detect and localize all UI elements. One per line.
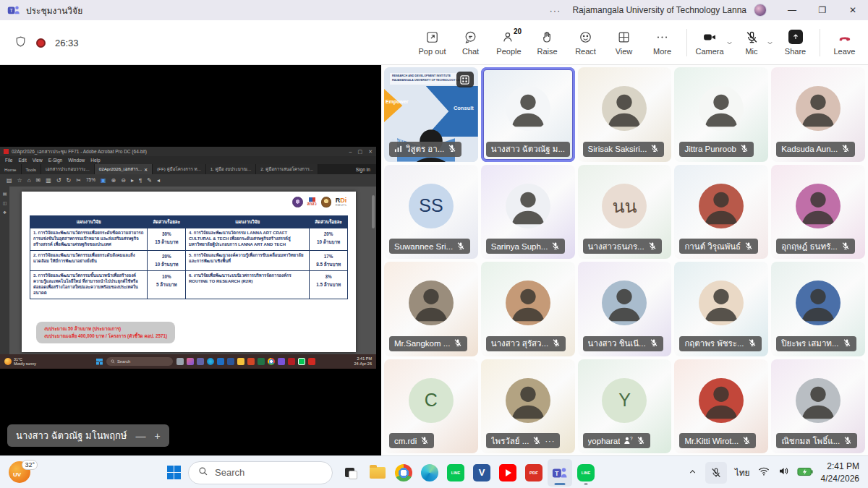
shared-app-outlook-icon[interactable]	[217, 358, 224, 365]
acrobat-tool-icon[interactable]: ✂	[76, 178, 81, 184]
participant-tile[interactable]: Mr.Kitti Wirot...	[674, 359, 768, 454]
titlebar-more-button[interactable]: ···	[549, 5, 561, 16]
acrobat-zoom-level[interactable]: 75%	[86, 178, 95, 183]
leave-button[interactable]: Leave	[825, 22, 864, 63]
battery-charging-icon[interactable]	[797, 466, 813, 479]
shared-app-folder-icon[interactable]	[237, 358, 244, 365]
taskbar-app-line[interactable]: LINE	[443, 459, 468, 487]
acrobat-minimize-icon[interactable]: –	[349, 149, 352, 154]
shared-clock[interactable]: 2:41 PM24-Apr-26	[354, 356, 372, 366]
acrobat-tab[interactable]: (FF) คู่มือโครงการ ท...	[153, 164, 206, 174]
acrobat-tab[interactable]: 2. คู่มือการเสนอโครงการ...	[256, 164, 318, 174]
chat-button[interactable]: Chat	[451, 22, 490, 63]
shared-app-acrobat-icon[interactable]	[308, 358, 315, 365]
people-button[interactable]: 20 People	[490, 22, 528, 63]
minimize-button[interactable]: —	[777, 0, 807, 20]
taskbar-app-visio[interactable]: V	[469, 459, 494, 487]
shared-app-excel-icon[interactable]	[258, 358, 265, 365]
acrobat-panel-icon[interactable]: ▤	[3, 191, 7, 196]
participant-tile[interactable]: Mr.Sangkom ...	[384, 262, 478, 356]
acrobat-tab[interactable]: Home	[0, 164, 22, 174]
language-indicator[interactable]: ไทย	[735, 466, 750, 479]
shared-app-reader-icon[interactable]	[288, 358, 295, 365]
taskbar-app-pdf-tool[interactable]: PDF	[522, 459, 546, 487]
mic-button[interactable]: Mic	[736, 22, 767, 63]
taskbar-search[interactable]: Search	[188, 461, 333, 484]
participant-tile[interactable]: Kadsuda Aun...	[771, 67, 865, 162]
view-button[interactable]: View	[605, 22, 643, 63]
acrobat-tool-icon[interactable]: ✉	[36, 178, 41, 184]
taskbar-app-file-explorer[interactable]	[365, 459, 390, 487]
taskbar-app-line-2[interactable]: LINE	[574, 459, 598, 487]
share-button[interactable]: Share	[776, 22, 814, 63]
acrobat-tool-icon[interactable]: ▤	[7, 178, 12, 184]
participant-tile[interactable]: Jittra Punroob	[674, 67, 768, 162]
shared-weather-widget[interactable]: 31°CMostly sunny	[4, 357, 36, 366]
acrobat-tab[interactable]: Tools	[22, 164, 41, 174]
acrobat-tool-icon[interactable]: ⌂	[27, 178, 31, 184]
raise-hand-button[interactable]: Raise	[528, 22, 566, 63]
acrobat-tab[interactable]: 1. คู่มือ งบประมาณ...	[206, 164, 257, 174]
restore-button[interactable]: ❐	[807, 0, 838, 20]
acrobat-tool-icon[interactable]: ⊖	[121, 178, 126, 184]
zoom-out-button[interactable]: —	[135, 431, 145, 441]
acrobat-tab[interactable]: เอกสารประกอบวาระ...	[41, 164, 95, 174]
participant-tile[interactable]: กฤตาพร พัชระ...	[674, 262, 768, 356]
taskbar-app-edge[interactable]	[417, 459, 442, 487]
tray-chevron-up-icon[interactable]	[688, 466, 697, 479]
shared-app-task-view-icon[interactable]	[176, 358, 184, 365]
camera-button[interactable]: Camera	[692, 22, 727, 63]
start-button[interactable]	[166, 465, 182, 480]
system-clock[interactable]: 2:41 PM 4/24/2026	[821, 461, 859, 484]
participant-tile[interactable]: กานต์ วิรุณพันธ์	[674, 165, 768, 260]
acrobat-menu-file[interactable]: File	[5, 158, 12, 163]
acrobat-close-icon[interactable]: ✕	[368, 149, 373, 155]
participant-tile[interactable]: นางสาว ชินเนี...	[578, 262, 672, 356]
acrobat-tool-icon[interactable]: ✎	[147, 178, 152, 184]
close-button[interactable]: ✕	[838, 0, 868, 20]
shared-app-chrome-icon[interactable]	[268, 358, 275, 365]
tray-mic-muted-icon[interactable]	[705, 462, 727, 484]
acrobat-panel-icon[interactable]: ❖	[3, 210, 7, 215]
acrobat-signin-button[interactable]: Sign In	[350, 164, 376, 174]
participant-tile[interactable]: SSSuwannee Sri...	[384, 165, 478, 260]
acrobat-tool-icon[interactable]: ▸	[131, 178, 134, 184]
participant-tile[interactable]: Sarinya Suph...	[481, 165, 575, 260]
acrobat-menu-window[interactable]: Window	[68, 158, 85, 163]
mic-chevron-button[interactable]	[765, 22, 775, 63]
acrobat-scrollbar[interactable]	[372, 195, 375, 228]
shared-app-word-icon[interactable]	[227, 358, 234, 365]
acrobat-menu-e-sign[interactable]: E-Sign	[48, 158, 63, 163]
acrobat-tool-icon[interactable]: ▣	[101, 178, 106, 184]
acrobat-tool-icon[interactable]: ↺	[56, 178, 61, 184]
participant-tile[interactable]: RESEARCH AND DEVELOPMENT INSTITUTERAJAMA…	[384, 67, 478, 162]
acrobat-tool-icon[interactable]: ¶	[139, 178, 142, 184]
popout-button[interactable]: Pop out	[413, 22, 451, 63]
acrobat-menu-help[interactable]: Help	[90, 158, 100, 163]
camera-chevron-button[interactable]	[724, 22, 734, 63]
participant-tile[interactable]: ปิยะพร เสมาท...	[771, 262, 865, 356]
shared-app-teams-icon[interactable]	[197, 358, 204, 365]
account-org-name[interactable]: Rajamangala University of Technology Lan…	[572, 5, 746, 15]
shared-app-line-icon[interactable]	[298, 358, 305, 365]
acrobat-restore-icon[interactable]: ▢	[358, 149, 363, 155]
acrobat-tool-icon[interactable]: ☆	[17, 178, 22, 184]
taskbar-app-chrome[interactable]	[391, 459, 416, 487]
taskbar-app-youtube[interactable]	[495, 459, 520, 487]
acrobat-menu-edit[interactable]: Edit	[18, 158, 26, 163]
shared-app-copilot-icon[interactable]	[187, 358, 194, 365]
participant-tile[interactable]: Yyopharat?	[578, 359, 672, 454]
participant-tile[interactable]: Ccm.rdi	[384, 359, 478, 454]
account-avatar[interactable]	[754, 4, 767, 17]
shared-search-box[interactable]: Search	[106, 357, 173, 366]
participant-tile[interactable]: นางสาว ฉัตวณัฐ ม...	[481, 67, 575, 162]
tab-close-icon[interactable]: ✕	[144, 167, 148, 172]
shared-start-button[interactable]	[96, 359, 103, 365]
participant-tile[interactable]: นางสาว สุรัสว...	[481, 262, 575, 356]
weather-widget[interactable]: UV 32°	[9, 460, 38, 484]
tile-layout-button[interactable]	[456, 72, 474, 87]
acrobat-tool-icon[interactable]: ⊕	[111, 178, 116, 184]
participant-tile[interactable]: ไพรวัลย์ ...···	[481, 359, 575, 454]
acrobat-tab[interactable]: 02Apr2026_เอกสาร...✕	[95, 164, 153, 174]
taskbar-app-task-view[interactable]	[339, 459, 364, 487]
